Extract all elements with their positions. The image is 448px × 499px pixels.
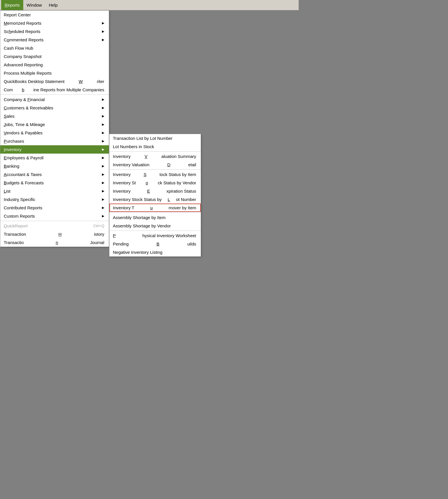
menu-item-transaction-history[interactable]: Transaction History: [0, 230, 109, 238]
submenu-inventory-stock-item[interactable]: Inventory Stock Status by Item: [109, 170, 201, 179]
menu-item-company-financial[interactable]: Company & Financial▶: [0, 95, 109, 104]
submenu-inventory-stock-vendor[interactable]: Inventory Stock Status by Vendor: [109, 179, 201, 187]
divider-2: [0, 221, 109, 221]
menu-item-inventory[interactable]: Inventory▶: [0, 145, 109, 154]
submenu-transaction-list-lot[interactable]: Transaction List by Lot Number: [109, 134, 201, 142]
menu-item-process-multiple[interactable]: Process Multiple Reports: [0, 69, 109, 77]
menu-item-list[interactable]: List▶: [0, 187, 109, 195]
submenu-pending-builds[interactable]: Pending Builds: [109, 240, 201, 248]
menu-item-jobs-time[interactable]: Jobs, Time & Mileage▶: [0, 120, 109, 129]
menu-item-custom-reports[interactable]: Custom Reports▶: [0, 212, 109, 220]
menu-item-commented-reports[interactable]: Commented Reports▶: [0, 36, 109, 44]
submenu-divider-2: [109, 169, 201, 170]
menu-item-vendors-payables[interactable]: Vendors & Payables▶: [0, 129, 109, 137]
submenu-divider-3: [109, 212, 201, 213]
submenu-divider-4: [109, 231, 201, 231]
menu-item-combine-reports[interactable]: Combine Reports from Multiple Companies: [0, 86, 109, 94]
submenu-inventory-stock-lot[interactable]: Inventory Stock Status by Lot Number: [109, 195, 201, 204]
menu-item-budgets-forecasts[interactable]: Budgets & Forecasts▶: [0, 179, 109, 187]
menu-item-sales[interactable]: Sales▶: [0, 112, 109, 120]
inventory-submenu: Transaction List by Lot Number Lot Numbe…: [109, 134, 201, 257]
divider-1: [0, 94, 109, 95]
primary-menu: Report Center Memorized Reports▶ Schedul…: [0, 10, 109, 247]
menu-bar: Reports Window Help: [0, 0, 299, 10]
menu-item-company-snapshot[interactable]: Company Snapshot: [0, 52, 109, 61]
menu-item-industry-specific[interactable]: Industry Specific▶: [0, 195, 109, 204]
submenu-negative-inventory[interactable]: Negative Inventory Listing: [109, 248, 201, 256]
submenu-inventory-valuation-detail[interactable]: Inventory Valuation Detail: [109, 160, 201, 169]
menu-item-quickbooks-writer[interactable]: QuickBooks Desktop Statement Writer: [0, 77, 109, 86]
menu-item-quickreport: QuickReportCtrl+Q: [0, 222, 109, 230]
submenu-inventory-valuation-summary[interactable]: Inventory Valuation Summary: [109, 152, 201, 160]
menu-item-memorized-reports[interactable]: Memorized Reports▶: [0, 19, 109, 27]
submenu-physical-inventory[interactable]: Physical Inventory Worksheet: [109, 231, 201, 240]
menu-item-contributed-reports[interactable]: Contributed Reports▶: [0, 204, 109, 212]
menu-item-purchases[interactable]: Purchases▶: [0, 137, 109, 145]
submenu-lot-numbers-stock[interactable]: Lot Numbers in Stock: [109, 142, 201, 151]
menu-help[interactable]: Help: [45, 0, 61, 10]
submenu-divider-1: [109, 151, 201, 152]
menu-item-banking[interactable]: Banking▶: [0, 162, 109, 170]
menu-reports[interactable]: Reports: [1, 0, 23, 10]
menu-item-employees-payroll[interactable]: Employees & Payroll▶: [0, 154, 109, 162]
menu-item-cash-flow-hub[interactable]: Cash Flow Hub: [0, 44, 109, 52]
menu-item-report-center[interactable]: Report Center: [0, 11, 109, 19]
submenu-assembly-shortage-item[interactable]: Assembly Shortage by Item: [109, 213, 201, 222]
submenu-inventory-expiration[interactable]: Inventory Expiration Status: [109, 187, 201, 195]
dropdown-container: Report Center Memorized Reports▶ Schedul…: [0, 10, 201, 257]
submenu-assembly-shortage-vendor[interactable]: Assembly Shortage by Vendor: [109, 222, 201, 230]
menu-item-customers-receivables[interactable]: Customers & Receivables▶: [0, 104, 109, 112]
menu-window[interactable]: Window: [23, 0, 45, 10]
menu-item-transaction-journal[interactable]: Transaction Journal: [0, 238, 109, 247]
menu-item-scheduled-reports[interactable]: Scheduled Reports▶: [0, 27, 109, 36]
submenu-inventory-turnover[interactable]: Inventory Turnover by Item: [109, 204, 201, 212]
menu-item-advanced-reporting[interactable]: Advanced Reporting: [0, 61, 109, 69]
menu-item-accountant-taxes[interactable]: Accountant & Taxes▶: [0, 170, 109, 179]
